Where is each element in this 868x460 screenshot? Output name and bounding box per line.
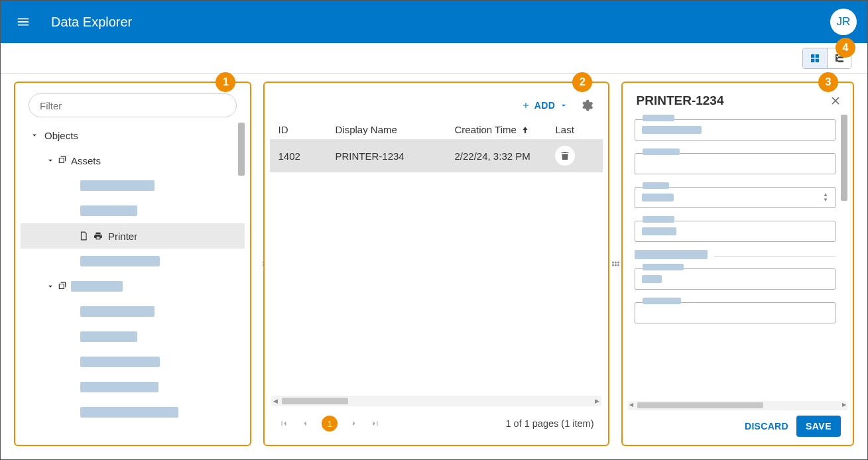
chevron-down-icon [29,131,40,140]
page-last-button[interactable] [371,419,380,428]
tree-item-redacted[interactable] [21,249,245,274]
add-button[interactable]: ADD [521,100,569,111]
printer-icon [93,231,103,241]
chevron-down-icon [44,282,56,291]
last-page-icon [371,419,380,428]
page-first-button[interactable] [279,419,288,428]
form-horizontal-scrollbar[interactable]: ◀ ▶ [628,401,847,410]
column-header-last[interactable]: Last [555,124,595,135]
page-next-button[interactable] [349,419,359,428]
gear-icon [580,99,593,112]
scroll-right-icon: ▶ [842,402,846,408]
tree-node-printer[interactable]: Printer [21,223,245,249]
pager-summary: 1 of 1 pages (1 item) [505,418,593,429]
form-field[interactable] [635,264,836,290]
details-panel: 3 PRINTER-1234 ▲▼ [621,82,854,446]
stack-icon [58,282,67,291]
settings-button[interactable] [578,96,596,115]
tree-label: Assets [71,155,101,166]
tree-node-objects[interactable]: Objects [21,123,245,148]
form-field[interactable] [635,115,836,141]
tree-item-redacted[interactable] [21,299,245,324]
form-scrollbar[interactable] [841,115,847,398]
cell-time: 2/22/24, 3:32 PM [454,150,555,162]
tree-label: Printer [108,231,137,242]
scroll-left-icon: ◀ [273,398,278,404]
panel-resize-handle[interactable] [612,262,620,266]
details-title: PRINTER-1234 [636,93,723,108]
tree-node-assets[interactable]: Assets [21,148,245,173]
annotation-badge-1: 1 [216,72,235,92]
table-horizontal-scrollbar[interactable]: ◀ ▶ [271,396,601,406]
sort-asc-icon [521,125,530,135]
tree-item-redacted[interactable] [21,400,245,425]
chevron-down-icon [559,101,568,110]
tree-filter-input[interactable] [29,93,237,117]
number-stepper[interactable]: ▲▼ [823,192,828,203]
discard-button[interactable]: DISCARD [745,421,788,431]
app-title: Data Explorer [51,15,132,30]
tree-label: Objects [44,130,78,141]
tree-item-redacted[interactable] [21,173,245,198]
table-header: ID Display Name Creation Time Last [270,120,603,139]
column-header-name[interactable]: Display Name [335,124,454,135]
tree-item-redacted[interactable] [21,324,245,349]
column-header-id[interactable]: ID [278,124,335,135]
plus-icon [521,101,530,110]
navigation-panel: 1 Objects Assets Printer [14,82,251,446]
annotation-badge-2: 2 [572,72,592,92]
form-field[interactable] [635,298,836,323]
secondary-toolbar [1,43,867,74]
annotation-badge-4: 4 [836,38,855,58]
file-icon [79,231,88,241]
hamburger-icon [16,15,31,29]
chevron-down-icon: ▼ [823,198,828,203]
tree-item-redacted[interactable] [21,374,245,400]
close-details-button[interactable] [829,94,842,107]
trash-icon [560,150,570,161]
tree-scrollbar[interactable] [238,123,245,437]
cell-id: 1402 [278,150,335,162]
view-grid-button[interactable] [803,48,827,68]
add-label: ADD [534,100,556,111]
object-tree: Objects Assets Printer [21,123,245,437]
first-page-icon [279,419,288,428]
tree-item-redacted[interactable] [21,198,245,223]
chevron-right-icon [349,419,359,428]
scroll-right-icon: ▶ [595,398,599,404]
form-field-number[interactable]: ▲▼ [635,182,836,208]
page-number-current[interactable]: 1 [322,416,338,431]
column-header-time[interactable]: Creation Time [454,124,555,135]
chevron-left-icon [300,419,310,428]
tree-item-redacted[interactable] [21,349,245,374]
form-section-label [635,250,708,259]
hamburger-menu-button[interactable] [11,10,35,34]
form-field[interactable] [635,148,836,174]
grid-icon [810,53,820,64]
data-table-panel: 2 ADD ID Display Name Creation Time [263,82,609,446]
user-avatar[interactable]: JR [830,9,857,35]
chevron-down-icon [44,156,56,165]
table-pager: 1 1 of 1 pages (1 item) [270,410,603,437]
delete-row-button[interactable] [555,146,575,166]
annotation-badge-3: 3 [818,72,838,92]
close-icon [829,94,842,107]
stack-icon [58,156,67,165]
scroll-left-icon: ◀ [629,402,633,408]
details-form: ▲▼ [628,115,847,398]
page-prev-button[interactable] [300,419,310,428]
cell-name: PRINTER-1234 [335,150,454,162]
tree-node-group[interactable] [21,274,245,299]
form-field[interactable] [635,216,836,242]
save-button[interactable]: SAVE [796,416,841,437]
app-header: Data Explorer JR [1,1,867,43]
table-row[interactable]: 1402 PRINTER-1234 2/22/24, 3:32 PM [270,139,603,172]
